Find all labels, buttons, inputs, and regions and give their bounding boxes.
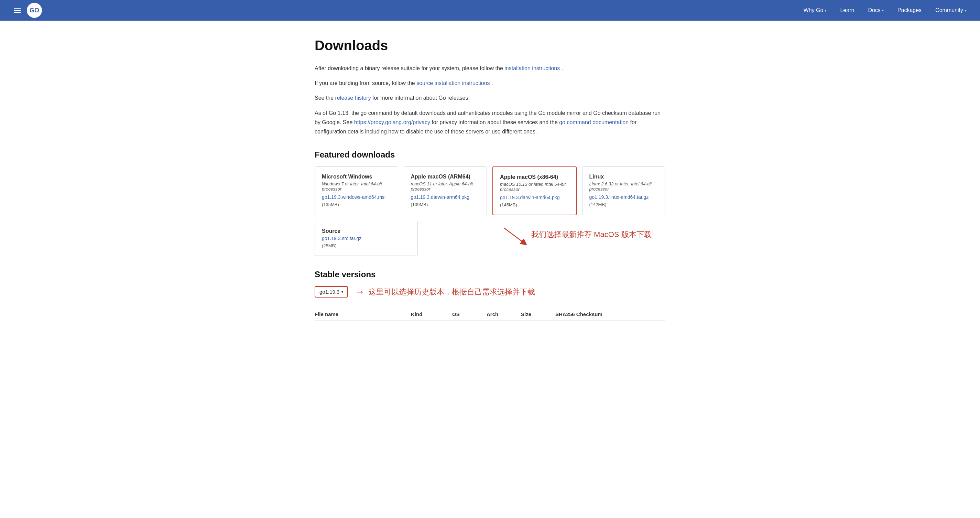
card-title-macos-x86: Apple macOS (x86-64) [500, 174, 569, 180]
col-os: OS [452, 311, 487, 317]
card-link-macos-arm64[interactable]: go1.19.3.darwin-arm64.pkg [411, 194, 480, 200]
card-title-macos-arm64: Apple macOS (ARM64) [411, 174, 480, 180]
featured-downloads-title: Featured downloads [315, 150, 665, 159]
card-size-windows: (135MB) [322, 202, 339, 207]
chevron-down-icon: ▾ [342, 290, 343, 294]
intro-paragraph-1: After downloading a binary release suita… [315, 64, 665, 73]
card-size-macos-arm64: (139MB) [411, 202, 428, 207]
go-command-docs-link[interactable]: go command documentation [559, 120, 628, 125]
stable-versions-section: Stable versions go1.19.3 ▾ → 这里可以选择历史版本，… [315, 270, 665, 321]
intro-paragraph-2: If you are building from source, follow … [315, 78, 665, 88]
chevron-down-icon: ▾ [824, 9, 826, 13]
version-selector-row: go1.19.3 ▾ → 这里可以选择历史版本，根据自己需求选择并下载 [315, 286, 665, 298]
macos-annotation-text: 我们选择最新推荐 MacOS 版本下载 [531, 230, 652, 240]
nav-learn[interactable]: Learn [840, 7, 854, 13]
card-link-macos-x86[interactable]: go1.19.3.darwin-amd64.pkg [500, 195, 569, 200]
download-card-macos-arm64: Apple macOS (ARM64) macOS 11 or later, A… [404, 166, 487, 215]
nav-community[interactable]: Community ▾ [935, 7, 966, 13]
intro-paragraph-4: As of Go 1.13, the go command by default… [315, 108, 665, 137]
card-subtitle-macos-x86: macOS 10.13 or later, Intel 64-bit proce… [500, 182, 569, 192]
proxy-golang-link[interactable]: https://proxy.golang.org/privacy [354, 120, 430, 125]
version-annotation: → 这里可以选择历史版本，根据自己需求选择并下载 [355, 287, 535, 298]
card-title-source: Source [322, 228, 410, 234]
chevron-down-icon: ▾ [964, 9, 966, 13]
col-kind: Kind [411, 311, 452, 317]
card-subtitle-windows: Windows 7 or later, Intel 64-bit process… [322, 181, 391, 191]
nav-why-go[interactable]: Why Go ▾ [803, 7, 827, 13]
card-link-linux[interactable]: go1.19.3.linux-amd64.tar.gz [589, 194, 659, 200]
source-installation-link[interactable]: source installation instructions [417, 80, 490, 86]
col-arch: Arch [487, 311, 521, 317]
intro-paragraph-3: See the release history for more informa… [315, 93, 665, 102]
svg-line-0 [504, 228, 524, 243]
card-size-source: (25MB) [322, 243, 337, 248]
page-title: Downloads [315, 38, 665, 53]
col-sha256: SHA256 Checksum [555, 311, 665, 317]
navbar: GO Why Go ▾ Learn Docs ▾ Packages Commun… [0, 0, 980, 21]
card-link-source[interactable]: go1.19.3.src.tar.gz [322, 236, 410, 241]
download-card-source: Source go1.19.3.src.tar.gz (25MB) [315, 221, 418, 256]
card-title-linux: Linux [589, 174, 659, 180]
table-header: File name Kind OS Arch Size SHA256 Check… [315, 308, 665, 321]
nav-docs[interactable]: Docs ▾ [868, 7, 883, 13]
hamburger-icon [14, 8, 21, 13]
stable-versions-title: Stable versions [315, 270, 665, 279]
main-content: Downloads After downloading a binary rel… [301, 21, 679, 338]
card-size-macos-x86: (145MB) [500, 202, 517, 207]
col-filename: File name [315, 311, 411, 317]
go-logo[interactable]: GO [14, 3, 42, 18]
nav-packages[interactable]: Packages [897, 7, 921, 13]
chevron-down-icon: ▾ [882, 9, 884, 13]
arrow-right-icon: → [355, 287, 364, 298]
col-size: Size [521, 311, 555, 317]
card-subtitle-macos-arm64: macOS 11 or later, Apple 64-bit processo… [411, 181, 480, 191]
download-card-linux: Linux Linux 2.6.32 or later, Intel 64-bi… [582, 166, 666, 215]
card-title-windows: Microsoft Windows [322, 174, 391, 180]
download-card-windows: Microsoft Windows Windows 7 or later, In… [315, 166, 398, 215]
diagonal-arrow-icon [500, 224, 528, 245]
card-link-windows[interactable]: go1.19.3.windows-amd64.msi [322, 194, 391, 200]
version-selector[interactable]: go1.19.3 ▾ [315, 286, 348, 298]
navbar-logo: GO [14, 3, 42, 18]
installation-instructions-link[interactable]: installation instructions [504, 65, 560, 71]
version-annotation-text: 这里可以选择历史版本，根据自己需求选择并下载 [369, 287, 535, 297]
go-circle-logo: GO [27, 3, 42, 18]
card-subtitle-linux: Linux 2.6.32 or later, Intel 64-bit proc… [589, 181, 659, 191]
download-cards-row1: Microsoft Windows Windows 7 or later, In… [315, 166, 665, 215]
download-card-macos-x86: Apple macOS (x86-64) macOS 10.13 or late… [492, 166, 577, 215]
nav-links: Why Go ▾ Learn Docs ▾ Packages Community… [803, 7, 966, 13]
release-history-link[interactable]: release history [335, 95, 371, 101]
card-size-linux: (142MB) [589, 202, 606, 207]
